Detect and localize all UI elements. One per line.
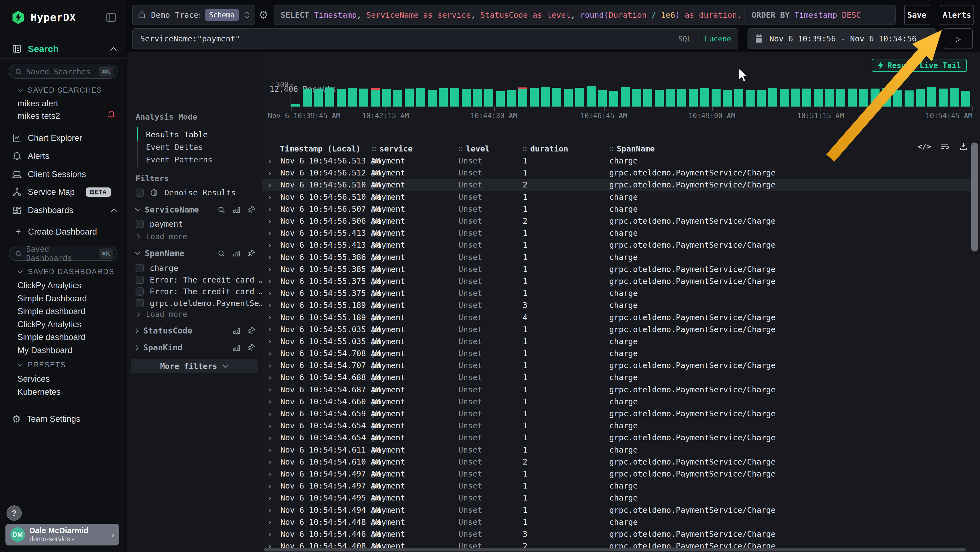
histogram-bar[interactable] bbox=[314, 89, 323, 107]
histogram-bar[interactable] bbox=[882, 88, 891, 107]
histogram-bar[interactable] bbox=[564, 89, 573, 107]
preset-item[interactable]: Kubernetes bbox=[18, 387, 61, 397]
table-row[interactable]: ›Nov 6 10:54:54.610 AMpaymentUnset2grpc.… bbox=[262, 456, 973, 468]
table-row[interactable]: ›Nov 6 10:54:54.446 AMpaymentUnset3grpc.… bbox=[262, 528, 973, 540]
mode-event-patterns[interactable]: Event Patterns bbox=[146, 155, 212, 164]
histogram-bar[interactable] bbox=[609, 91, 618, 107]
load-more-servicename[interactable]: Load more bbox=[136, 232, 187, 241]
histogram-bar[interactable] bbox=[348, 88, 357, 107]
histogram-bar[interactable] bbox=[746, 90, 755, 107]
mode-results-table[interactable]: Results Table bbox=[146, 130, 208, 139]
wrap-text-icon[interactable] bbox=[940, 142, 950, 151]
source-select[interactable]: Demo Traces Schema bbox=[132, 5, 255, 25]
histogram-bar[interactable] bbox=[303, 89, 312, 107]
histogram-bar[interactable] bbox=[689, 89, 698, 107]
saved-dashboards-section[interactable]: SAVED DASHBOARDS bbox=[17, 268, 115, 276]
histogram-bar[interactable] bbox=[893, 90, 902, 107]
histogram[interactable] bbox=[291, 85, 973, 107]
logo-row[interactable]: HyperDX bbox=[0, 11, 126, 24]
histogram-bar[interactable] bbox=[484, 89, 493, 107]
histogram-bar[interactable] bbox=[802, 89, 811, 107]
drag-handle-icon[interactable]: ∷ bbox=[372, 145, 375, 153]
language-sql-toggle[interactable]: SQL bbox=[678, 35, 692, 43]
histogram-bar[interactable] bbox=[859, 89, 868, 107]
histogram-bar[interactable] bbox=[961, 91, 970, 107]
table-row[interactable]: ›Nov 6 10:54:56.510 AMpaymentUnset2grpc.… bbox=[262, 179, 973, 191]
saved-dashboards-input[interactable]: Saved Dashboards ⌘K bbox=[9, 247, 118, 261]
presets-section[interactable]: PRESETS bbox=[17, 361, 66, 369]
filter-value-item[interactable]: grpc.oteldemo.PaymentSe… bbox=[135, 298, 264, 308]
sidebar-item-client-sessions[interactable]: Client Sessions bbox=[0, 168, 126, 181]
histogram-bar[interactable] bbox=[337, 89, 346, 107]
histogram-bar[interactable] bbox=[814, 89, 822, 107]
histogram-bar[interactable] bbox=[575, 88, 584, 107]
saved-dashboard-item[interactable]: ClickPy Analytics bbox=[18, 320, 81, 329]
user-menu[interactable]: DM Dale McDiarmid demo-service - › bbox=[5, 524, 119, 546]
save-button[interactable]: Save bbox=[904, 5, 929, 25]
more-filters-button[interactable]: More filters bbox=[130, 359, 258, 373]
chart-icon[interactable] bbox=[232, 206, 241, 214]
download-icon[interactable] bbox=[959, 142, 968, 151]
column-header-timestamp[interactable]: Timestamp (Local) bbox=[280, 144, 372, 153]
histogram-bar[interactable] bbox=[620, 87, 630, 107]
sidebar-item-chart-explorer[interactable]: Chart Explorer bbox=[0, 132, 126, 145]
table-row[interactable]: ›Nov 6 10:54:55.385 AMpaymentUnset1grpc.… bbox=[262, 263, 973, 275]
pin-icon[interactable] bbox=[248, 249, 256, 257]
vertical-scrollbar[interactable] bbox=[971, 142, 978, 252]
filter-value-item[interactable]: Error: The credit card … bbox=[135, 287, 264, 296]
chart-icon[interactable] bbox=[232, 343, 241, 352]
pin-icon[interactable] bbox=[248, 327, 256, 335]
table-row[interactable]: ›Nov 6 10:54:56.507 AMpaymentUnset1charg… bbox=[262, 203, 973, 215]
saved-search-item[interactable]: mikes alert bbox=[18, 99, 58, 108]
saved-dashboard-item[interactable]: Simple dashboard bbox=[18, 306, 86, 316]
histogram-bar[interactable] bbox=[530, 88, 539, 107]
search-icon[interactable] bbox=[217, 249, 225, 257]
table-row[interactable]: ›Nov 6 10:54:55.189 AMpaymentUnset3charg… bbox=[262, 299, 973, 311]
histogram-bar[interactable] bbox=[791, 89, 800, 107]
column-header-service[interactable]: ∷service bbox=[372, 144, 458, 153]
help-button[interactable]: ? bbox=[6, 506, 22, 521]
histogram-bar[interactable] bbox=[655, 89, 664, 107]
checkbox[interactable] bbox=[135, 276, 144, 284]
column-header-duration[interactable]: ∷duration bbox=[523, 144, 609, 153]
histogram-bar[interactable] bbox=[416, 88, 425, 107]
histogram-bar[interactable] bbox=[950, 88, 959, 107]
table-row[interactable]: ›Nov 6 10:54:55.386 AMpaymentUnset1charg… bbox=[262, 251, 973, 263]
histogram-bar[interactable] bbox=[541, 87, 550, 107]
histogram-bar[interactable] bbox=[496, 91, 505, 107]
checkbox[interactable] bbox=[135, 287, 144, 296]
filter-value-payment[interactable]: payment bbox=[135, 219, 183, 228]
search-icon[interactable] bbox=[217, 206, 225, 214]
histogram-bar[interactable] bbox=[870, 89, 880, 107]
histogram-bar[interactable] bbox=[473, 89, 482, 107]
saved-search-item[interactable]: mikes tets2 bbox=[18, 111, 60, 121]
preset-item[interactable]: Services bbox=[18, 374, 50, 384]
table-row[interactable]: ›Nov 6 10:54:54.495 AMpaymentUnset1charg… bbox=[262, 492, 973, 504]
pin-icon[interactable] bbox=[248, 206, 256, 214]
table-row[interactable]: ›Nov 6 10:54:56.513 AMpaymentUnset1charg… bbox=[262, 155, 973, 167]
pin-icon[interactable] bbox=[248, 343, 256, 352]
sidebar-item-search[interactable]: Search bbox=[0, 42, 126, 55]
sidebar-collapse-icon[interactable] bbox=[106, 13, 116, 22]
table-row[interactable]: ›Nov 6 10:54:56.506 AMpaymentUnset2grpc.… bbox=[262, 215, 973, 227]
mode-event-deltas[interactable]: Event Deltas bbox=[146, 142, 203, 152]
sidebar-item-team-settings[interactable]: ⚙ Team Settings bbox=[0, 413, 126, 426]
filter-value-charge[interactable]: charge bbox=[135, 263, 178, 273]
histogram-bar[interactable] bbox=[666, 89, 675, 107]
histogram-bar[interactable] bbox=[507, 90, 516, 107]
table-row[interactable]: ›Nov 6 10:54:54.497 AMpaymentUnset1grpc.… bbox=[262, 468, 973, 480]
histogram-bar[interactable] bbox=[439, 88, 448, 107]
histogram-bar[interactable] bbox=[643, 89, 652, 107]
histogram-bar[interactable] bbox=[905, 91, 913, 107]
histogram-bar[interactable] bbox=[393, 89, 402, 107]
run-query-button[interactable]: ▷ bbox=[944, 28, 973, 49]
histogram-bar[interactable] bbox=[405, 89, 414, 107]
histogram-bar[interactable] bbox=[462, 89, 471, 107]
histogram-bar[interactable] bbox=[677, 89, 686, 107]
histogram-bar[interactable] bbox=[768, 88, 777, 107]
date-range-picker[interactable]: Nov 6 10:39:56 - Nov 6 10:54:56 bbox=[748, 28, 937, 49]
chart-icon[interactable] bbox=[232, 249, 241, 257]
table-row[interactable]: ›Nov 6 10:54:54.660 AMpaymentUnset1charg… bbox=[262, 396, 973, 408]
histogram-bar[interactable] bbox=[632, 89, 641, 107]
filter-group-servicename[interactable]: ServiceName bbox=[134, 205, 256, 214]
